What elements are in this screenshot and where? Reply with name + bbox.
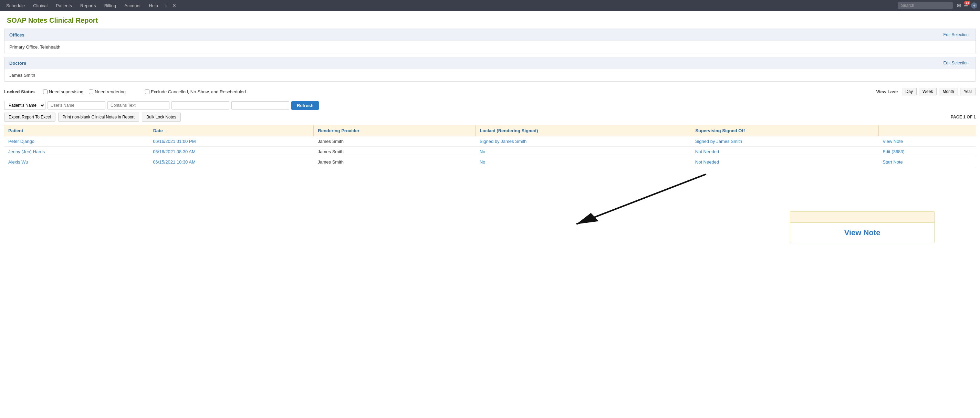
view-last-month-button[interactable]: Month bbox=[939, 88, 958, 95]
col-action bbox=[878, 126, 976, 136]
view-last-label: View Last: bbox=[877, 89, 898, 94]
rendering-provider-cell: James Smith bbox=[314, 136, 476, 147]
table-row: Alexis Wu06/15/2021 10:30 AMJames SmithN… bbox=[4, 157, 976, 167]
notification-badge: 14 bbox=[964, 1, 970, 5]
locked-link[interactable]: No bbox=[480, 149, 485, 154]
page-title: SOAP Notes Clinical Report bbox=[0, 11, 980, 29]
rendering-provider-cell: James Smith bbox=[314, 157, 476, 167]
nav-billing[interactable]: Billing bbox=[101, 2, 120, 10]
svg-line-1 bbox=[576, 174, 706, 224]
supervising-link[interactable]: Not Needed bbox=[695, 159, 719, 165]
exclude-checkbox[interactable] bbox=[145, 89, 150, 94]
action-link[interactable]: View Note bbox=[883, 139, 903, 144]
close-button[interactable]: ✕ bbox=[170, 2, 178, 10]
view-last-week-button[interactable]: Week bbox=[919, 88, 937, 95]
view-last-group: View Last: Day Week Month Year bbox=[877, 88, 976, 95]
doctors-edit-selection-button[interactable]: Edit Selection bbox=[942, 60, 971, 66]
offices-value: Primary Office, Telehealth bbox=[9, 45, 60, 49]
offices-section: Offices Edit Selection Primary Office, T… bbox=[4, 29, 976, 53]
nav-reports[interactable]: Reports bbox=[77, 2, 100, 10]
col-date[interactable]: Date ↓ bbox=[149, 126, 314, 136]
locked-status-label: Locked Status bbox=[4, 89, 35, 94]
date-link[interactable]: 06/16/2021 01:00 PM bbox=[153, 139, 196, 144]
exclude-text: Exclude Cancelled, No-Show, and Reschedu… bbox=[151, 89, 246, 94]
date-sort-arrow: ↓ bbox=[165, 129, 167, 133]
nav-account[interactable]: Account bbox=[121, 2, 144, 10]
print-clinical-notes-button[interactable]: Print non-blank Clinical Notes in Report bbox=[58, 113, 139, 122]
need-rendering-text: Need rendering bbox=[95, 89, 126, 94]
nav-separator: ⚕ bbox=[163, 2, 169, 9]
locked-link[interactable]: Signed by James Smith bbox=[480, 139, 527, 144]
contains-text-input[interactable] bbox=[107, 101, 169, 110]
offices-body: Primary Office, Telehealth bbox=[5, 41, 975, 53]
refresh-button[interactable]: Refresh bbox=[291, 101, 319, 110]
view-last-day-button[interactable]: Day bbox=[902, 88, 916, 95]
need-supervising-text: Need supervising bbox=[49, 89, 83, 94]
patient-link[interactable]: Jenny (Jen) Harris bbox=[8, 149, 45, 154]
view-note-link[interactable]: View Note bbox=[844, 228, 880, 237]
page-info: PAGE 1 OF 1 bbox=[951, 114, 976, 119]
doctors-value: James Smith bbox=[9, 73, 35, 78]
exclude-label[interactable]: Exclude Cancelled, No-Show, and Reschedu… bbox=[145, 89, 246, 94]
need-supervising-checkbox[interactable] bbox=[43, 89, 48, 94]
supervising-link[interactable]: Not Needed bbox=[695, 149, 719, 154]
menu-icon[interactable]: ☰ 14 bbox=[964, 3, 968, 8]
view-last-year-button[interactable]: Year bbox=[960, 88, 976, 95]
supervising-link[interactable]: Signed by James Smith bbox=[695, 139, 742, 144]
table-header-row: Patient Date ↓ Rendering Provider Locked… bbox=[4, 126, 976, 136]
nav-help[interactable]: Help bbox=[145, 2, 162, 10]
table-row: Peter Django06/16/2021 01:00 PMJames Smi… bbox=[4, 136, 976, 147]
table-body: Peter Django06/16/2021 01:00 PMJames Smi… bbox=[4, 136, 976, 167]
top-nav: Schedule Clinical Patients Reports Billi… bbox=[0, 0, 980, 11]
report-table: Patient Date ↓ Rendering Provider Locked… bbox=[4, 125, 976, 167]
nav-clinical[interactable]: Clinical bbox=[30, 2, 51, 10]
view-note-popup: View Note bbox=[790, 211, 935, 243]
nav-icons: ✉ ☰ 14 + bbox=[957, 2, 977, 9]
date-from-input[interactable]: 06/14/2021 bbox=[172, 101, 229, 110]
doctors-header: Doctors Edit Selection bbox=[5, 57, 975, 69]
doctors-title: Doctors bbox=[9, 60, 26, 66]
offices-edit-selection-button[interactable]: Edit Selection bbox=[942, 32, 971, 38]
doctors-section: Doctors Edit Selection James Smith bbox=[4, 57, 976, 82]
offices-title: Offices bbox=[9, 32, 24, 38]
col-rendering-provider: Rendering Provider bbox=[314, 126, 476, 136]
date-to-input[interactable]: 06/21/2021 bbox=[231, 101, 289, 110]
date-link[interactable]: 06/15/2021 10:30 AM bbox=[153, 159, 196, 165]
col-patient[interactable]: Patient bbox=[4, 126, 149, 136]
col-supervising: Supervising Signed Off bbox=[691, 126, 879, 136]
popup-header bbox=[790, 212, 934, 223]
doctors-body: James Smith bbox=[5, 69, 975, 81]
bulk-lock-notes-button[interactable]: Bulk Lock Notes bbox=[142, 113, 181, 122]
action-link[interactable]: Start Note bbox=[883, 159, 903, 165]
table-row: Jenny (Jen) Harris06/16/2021 08:30 AMJam… bbox=[4, 147, 976, 157]
locked-status-row: Locked Status Need supervising Need rend… bbox=[4, 85, 976, 98]
locked-link[interactable]: No bbox=[480, 159, 485, 165]
patient-name-select[interactable]: Patient's Name bbox=[4, 101, 45, 110]
add-icon[interactable]: + bbox=[971, 2, 977, 9]
action-link[interactable]: Edit (3683) bbox=[883, 149, 905, 154]
patient-link[interactable]: Peter Django bbox=[8, 139, 35, 144]
offices-header: Offices Edit Selection bbox=[5, 29, 975, 41]
date-link[interactable]: 06/16/2021 08:30 AM bbox=[153, 149, 196, 154]
mail-icon[interactable]: ✉ bbox=[957, 3, 961, 8]
need-rendering-checkbox[interactable] bbox=[89, 89, 93, 94]
rendering-provider-cell: James Smith bbox=[314, 147, 476, 157]
nav-schedule[interactable]: Schedule bbox=[3, 2, 28, 10]
export-report-button[interactable]: Export Report To Excel bbox=[4, 113, 56, 122]
col-locked: Locked (Rendering Signed) bbox=[476, 126, 691, 136]
need-rendering-label[interactable]: Need rendering bbox=[89, 89, 126, 94]
search-input[interactable] bbox=[898, 2, 953, 9]
filter-row: Patient's Name 06/14/2021 06/21/2021 Ref… bbox=[4, 101, 976, 110]
need-supervising-label[interactable]: Need supervising bbox=[43, 89, 83, 94]
nav-patients[interactable]: Patients bbox=[52, 2, 75, 10]
arrow-container: View Note bbox=[4, 167, 976, 243]
user-name-input[interactable] bbox=[48, 101, 105, 110]
popup-body: View Note bbox=[790, 223, 934, 243]
patient-link[interactable]: Alexis Wu bbox=[8, 159, 28, 165]
table-header: Patient Date ↓ Rendering Provider Locked… bbox=[4, 126, 976, 136]
action-row: Export Report To Excel Print non-blank C… bbox=[4, 113, 976, 122]
